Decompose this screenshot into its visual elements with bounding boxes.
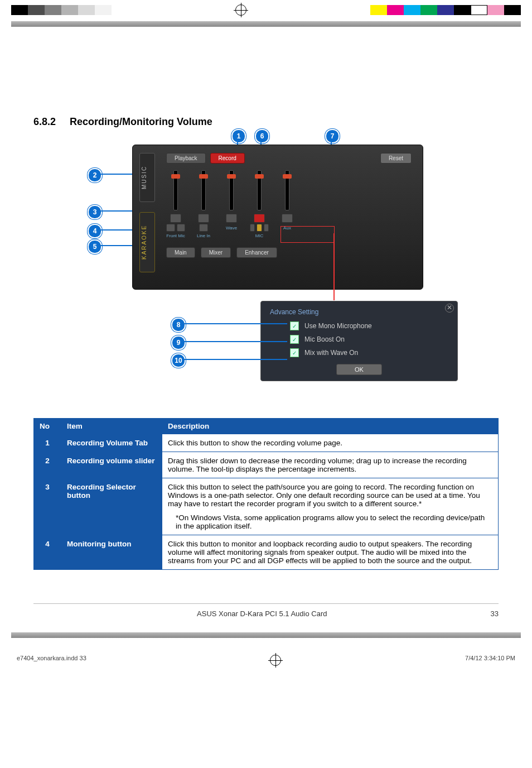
tab-mixer[interactable]: Mixer	[201, 247, 231, 258]
registration-mark-icon	[235, 4, 246, 16]
figure-recording-mixer: 1 6 7 2 3 4 5 MUSIC KARAOKE Playback Rec…	[88, 145, 444, 401]
channel-wave: Wave	[222, 170, 241, 238]
callout-3: 3	[88, 205, 102, 219]
volume-slider[interactable]	[285, 170, 289, 210]
slug-file: e7404_xonarkara.indd 33	[17, 655, 86, 666]
volume-slider[interactable]	[229, 170, 234, 210]
highlight-box	[280, 226, 335, 243]
callout-2: 2	[88, 168, 102, 183]
mute-button[interactable]	[282, 214, 293, 223]
selector-button[interactable]	[199, 224, 208, 232]
option-mix: ✓ Mix with Wave On	[290, 348, 448, 357]
slug-datetime: 7/4/12 3:34:10 PM	[465, 655, 515, 666]
callout-6: 6	[255, 129, 269, 143]
top-tabs-row: Playback Record Reset	[166, 153, 412, 164]
channel-line-in: Line In	[194, 170, 213, 238]
selector-button[interactable]	[166, 224, 175, 232]
callout-line	[183, 359, 287, 360]
option-label: Use Mono Microphone	[304, 322, 372, 330]
callout-line	[183, 323, 287, 324]
channel-label: Wave	[222, 225, 241, 231]
channel-label: Line In	[194, 233, 213, 238]
col-no: No	[34, 419, 61, 434]
side-tab-karaoke[interactable]: KARAOKE	[139, 212, 155, 272]
side-tab-music[interactable]: MUSIC	[139, 153, 155, 202]
tab-record[interactable]: Record	[210, 153, 245, 164]
tab-playback[interactable]: Playback	[166, 153, 206, 164]
table-row: 3 Recording Selector button Click this b…	[34, 478, 499, 535]
bottom-tabs: Main Mixer Enhancer	[166, 247, 412, 258]
selector-button[interactable]	[250, 224, 255, 232]
channel-label: Front Mic	[166, 233, 185, 238]
section-heading: 6.8.2 Recording/Monitoring Volume	[33, 116, 499, 128]
top-grey-rule	[11, 21, 521, 27]
tab-main[interactable]: Main	[166, 247, 195, 258]
callout-5: 5	[88, 239, 102, 254]
popup-title: Advance Setting	[270, 308, 448, 316]
callout-line	[183, 341, 287, 342]
channel-mic: MIC	[250, 170, 269, 238]
callout-1: 1	[231, 129, 246, 143]
bottom-grey-rule	[11, 632, 521, 638]
section-title: Recording/Monitoring Volume	[70, 116, 212, 127]
callout-8: 8	[171, 318, 186, 332]
callout-4: 4	[88, 224, 102, 238]
callout-10: 10	[171, 353, 186, 368]
mute-button[interactable]	[226, 214, 237, 223]
table-row: 2 Recording volume slider Drag this slid…	[34, 452, 499, 478]
footer-page: 33	[491, 609, 499, 618]
monitor-button[interactable]	[264, 224, 269, 232]
mixer-panel: MUSIC KARAOKE Playback Record Reset Fron…	[132, 145, 423, 290]
option-mono: ✓ Use Mono Microphone	[290, 321, 448, 330]
volume-slider[interactable]	[173, 170, 178, 210]
channel-label: MIC	[250, 233, 269, 238]
table-row: 4 Monitoring button Click this button to…	[34, 535, 499, 570]
mute-button[interactable]	[254, 214, 265, 223]
description-table: No Item Description 1 Recording Volume T…	[33, 418, 499, 570]
advance-setting-popup: ✕ Advance Setting ✓ Use Mono Microphone …	[260, 301, 458, 381]
page-footer: ASUS Xonar D-Kara PCI 5.1 Audio Card 33	[33, 603, 499, 618]
print-top-bar	[0, 0, 532, 20]
col-item: Item	[61, 419, 162, 434]
tab-enhancer[interactable]: Enhancer	[236, 247, 277, 258]
checkbox-boost[interactable]: ✓	[290, 335, 299, 344]
desc-main: Click this button to select the path/sou…	[168, 483, 480, 508]
advanced-button[interactable]	[257, 224, 262, 232]
right-color-swatches	[370, 5, 521, 15]
mute-button[interactable]	[198, 214, 209, 223]
registration-mark-icon	[270, 655, 281, 666]
option-label: Mic Boost On	[304, 335, 345, 343]
footer-product: ASUS Xonar D-Kara PCI 5.1 Audio Card	[197, 609, 327, 618]
mute-button[interactable]	[170, 214, 181, 223]
checkbox-mono[interactable]: ✓	[290, 321, 299, 330]
volume-slider[interactable]	[257, 170, 262, 210]
section-number: 6.8.2	[33, 116, 67, 128]
checkbox-mix[interactable]: ✓	[290, 348, 299, 357]
print-slug: e7404_xonarkara.indd 33 7/4/12 3:34:10 P…	[0, 638, 532, 671]
table-row: 1 Recording Volume Tab Click this button…	[34, 434, 499, 452]
option-boost: ✓ Mic Boost On	[290, 335, 448, 344]
col-desc: Description	[162, 419, 499, 434]
ok-button[interactable]: OK	[336, 364, 382, 375]
reset-button[interactable]: Reset	[380, 153, 412, 164]
highlight-line	[333, 233, 335, 300]
option-label: Mix with Wave On	[304, 349, 358, 357]
desc-note: *On Windows Vista, some application prog…	[168, 513, 492, 530]
callout-9: 9	[171, 335, 186, 350]
left-color-swatches	[11, 5, 112, 15]
callout-7: 7	[325, 129, 340, 143]
close-icon[interactable]: ✕	[445, 304, 454, 313]
monitor-button[interactable]	[177, 224, 186, 232]
channel-front-mic: Front Mic	[166, 170, 185, 238]
volume-slider[interactable]	[201, 170, 206, 210]
